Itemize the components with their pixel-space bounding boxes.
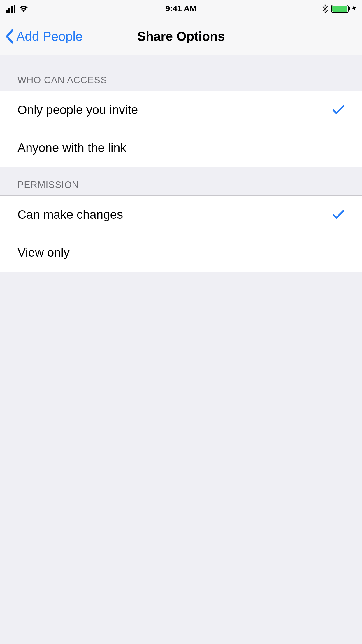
battery-fill — [332, 6, 347, 12]
status-time: 9:41 AM — [166, 4, 196, 13]
status-right — [322, 4, 356, 13]
row-label: Only people you invite — [17, 103, 138, 117]
checkmark-icon — [332, 105, 345, 115]
battery-icon — [331, 5, 349, 13]
row-only-people-you-invite[interactable]: Only people you invite — [0, 91, 362, 129]
section-header-permission: PERMISSION — [0, 167, 362, 195]
chevron-left-icon — [5, 29, 14, 44]
row-label: Can make changes — [17, 208, 123, 222]
back-button-label: Add People — [16, 29, 83, 44]
row-view-only[interactable]: View only — [0, 234, 362, 272]
status-bar: 9:41 AM — [0, 0, 362, 18]
charging-bolt-icon — [352, 4, 356, 13]
row-label: Anyone with the link — [17, 141, 126, 155]
back-button[interactable]: Add People — [0, 29, 83, 44]
permission-list: Can make changes View only — [0, 195, 362, 272]
row-anyone-with-link[interactable]: Anyone with the link — [0, 129, 362, 167]
page-title: Share Options — [137, 29, 225, 44]
section-header-access: WHO CAN ACCESS — [0, 55, 362, 91]
bluetooth-icon — [322, 4, 328, 13]
row-label: View only — [17, 246, 70, 260]
access-list: Only people you invite Anyone with the l… — [0, 91, 362, 167]
cellular-signal-icon — [6, 5, 15, 13]
navigation-bar: Add People Share Options — [0, 18, 362, 55]
status-left — [6, 5, 29, 13]
wifi-icon — [18, 5, 29, 13]
checkmark-icon — [332, 210, 345, 220]
row-can-make-changes[interactable]: Can make changes — [0, 196, 362, 234]
